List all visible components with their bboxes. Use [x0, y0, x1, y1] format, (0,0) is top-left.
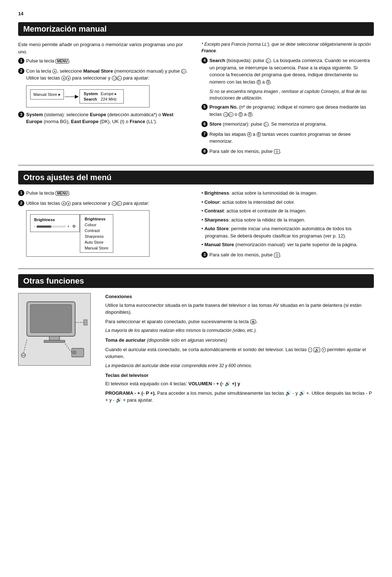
memorization-step8: 8 Para salir de los menús, pulse ⊙.: [201, 148, 374, 155]
memorization-step1: 1 Pulse la tecla MENU.: [18, 57, 191, 65]
step4-number: 4: [201, 57, 208, 64]
svg-rect-2: [49, 336, 60, 340]
bullet-brightness: • Brightness: actúa sobre la luminosidad…: [201, 190, 374, 197]
bullet-autostore: • Auto Store: permite iniciar una memori…: [201, 225, 374, 239]
section-memorization-header: Memorización manual: [18, 22, 374, 36]
manual-store-right-panel: System Europe ▸ Search 224 MHz: [79, 89, 124, 103]
section-otras-funciones-header: Otras funciones: [18, 274, 374, 288]
ajustes-left-panel: Brightness - + ⚙: [30, 214, 80, 232]
memorization-intro: Este menú permite añadir un programa o m…: [18, 41, 191, 55]
memorization-step6: 6 Store (memorizar): pulse ▷. Se memoriz…: [201, 121, 374, 128]
bullet-sharpness: • Sharpness: actúa sobre la nitidez de l…: [201, 216, 374, 224]
step2-number: 2: [18, 68, 24, 74]
gear-icon: ⚙: [72, 224, 76, 229]
svg-rect-3: [44, 340, 65, 342]
auricular-title: Toma de auricular (disponible sólo en al…: [105, 337, 374, 344]
auricular-italic: La impedancia del auricular debe estar c…: [105, 362, 374, 369]
otros-ajustes-right-col: • Brightness: actúa sobre la luminosidad…: [201, 190, 374, 261]
conexiones-text1: Utilice la toma euroconector situada en …: [105, 302, 374, 316]
memorization-step4: 4 Search (búsqueda): pulse ▷. La búsqued…: [201, 57, 374, 85]
brightness-bar: [37, 225, 66, 228]
conexiones-text2: Para seleccionar el aparato conectado, p…: [105, 318, 374, 325]
ajustes-step1: 1 Pulse la tecla MENU.: [18, 190, 191, 197]
section-memorization: Memorización manual Este menú permite añ…: [18, 22, 374, 158]
memorization-step2: 2 Con la tecla ∧, seleccione Manual Stor…: [18, 68, 191, 82]
ajustes-step2-number: 2: [18, 200, 24, 206]
manual-store-left-panel: Manual Store ▸: [30, 89, 64, 99]
teclas-text2: PROGRAMA - + (- P +). Para acceder a los…: [105, 390, 374, 404]
otros-ajustes-left-col: 1 Pulse la tecla MENU. 2 Utilice las tec…: [18, 190, 191, 261]
ajustes-step2: 2 Utilice las teclas ∧∨ para seleccionar…: [18, 200, 191, 207]
tv-svg: [20, 295, 89, 364]
tv-image: [18, 293, 91, 366]
step1-number: 1: [18, 58, 24, 64]
ajustes-menu-item-colour: Colour: [85, 222, 108, 228]
ajustes-step1-number: 1: [18, 190, 24, 196]
ajustes-menu-item-autostore: Auto Store: [85, 239, 108, 245]
menu-europe-label: Europe ▸: [101, 91, 120, 97]
brightness-bar-container: - + ⚙: [34, 224, 76, 229]
brightness-label: Brightness: [34, 218, 76, 222]
svg-point-10: [73, 351, 76, 354]
teclas-title: Teclas del televisor: [105, 372, 374, 379]
memorization-left-col: Este menú permite añadir un programa o m…: [18, 41, 191, 158]
teclas-text1: El televisor está equipado con 4 teclas:…: [105, 380, 374, 387]
bullet-contrast: • Contrast: actúa sobre el contraste de …: [201, 207, 374, 215]
auricular-text1: Cuando el auricular está conectado, se c…: [105, 346, 374, 360]
menu-search-label: Search: [83, 97, 101, 102]
memorization-step5: 5 Program No. (nº de programa): indique …: [201, 103, 374, 118]
step3-number: 3: [18, 111, 24, 118]
ajustes-menu-item-sharpness: Sharpness: [85, 233, 108, 239]
memorization-step7: 7 Repita las etapas 4 a 6 tantas veces c…: [201, 131, 374, 145]
funciones-right: Conexiones Utilice la toma euroconector …: [102, 293, 374, 406]
step4-italic: Si no se encuentra ninguna imagen , remí…: [209, 88, 374, 101]
step6-number: 6: [201, 121, 208, 127]
section-otras-funciones: Otras funciones: [18, 274, 374, 406]
bullet-manualstore: • Manual Store (memorización manual): ve…: [201, 241, 374, 248]
bullet-colour: • Colour: actúa sobre la intensidad del …: [201, 199, 374, 206]
page-wrapper: 14 Memorización manual Este menú permite…: [18, 11, 374, 406]
svg-rect-1: [30, 305, 72, 333]
ajustes-menu-item-brightness: Brightness: [85, 216, 108, 222]
ajustes-menu-item-manualstore: Manual Store: [85, 245, 108, 251]
conexiones-title: Conexiones: [105, 293, 374, 300]
page-number: 14: [18, 11, 23, 16]
svg-line-11: [65, 343, 72, 353]
section-otros-ajustes: Otros ajustes del menú 1 Pulse la tecla …: [18, 171, 374, 261]
brightness-bar-fill: [37, 225, 51, 228]
menu-mhz-label: 224 MHz: [101, 97, 120, 102]
manual-store-menu-box: Manual Store ▸ ——▶ System Europe ▸: [26, 85, 150, 107]
ajustes-right-panel: Brightness Colour Contrast Sharpness Aut…: [80, 214, 113, 253]
ajustes-step3-number: 3: [201, 252, 208, 258]
step8-number: 8: [201, 148, 208, 154]
memorization-step3: 3 System (sistema): seleccione Europe (d…: [18, 111, 191, 125]
svg-rect-8: [84, 320, 87, 325]
svg-line-4: [24, 340, 27, 354]
section-divider-2: [18, 268, 374, 269]
section-otros-ajustes-header: Otros ajustes del menú: [18, 171, 374, 184]
conexiones-italic: La mayoría de los aparatos realizan ello…: [105, 327, 374, 334]
menu-arrow-icon: ——▶: [65, 93, 79, 99]
ajustes-menu-box: Brightness - + ⚙ Brightness: [26, 210, 150, 257]
memorization-asterisk: * Excepto para Francia (norma LL'), que …: [201, 41, 374, 54]
ajustes-menu-item-contrast: Contrast: [85, 228, 108, 233]
step7-number: 7: [201, 131, 208, 137]
memorization-right-col: * Excepto para Francia (norma LL'), que …: [201, 41, 374, 158]
section-divider-1: [18, 165, 374, 166]
step5-number: 5: [201, 104, 208, 110]
ajustes-step3: 3 Para salir de los menús, pulse ⊙.: [201, 251, 374, 259]
menu-system-label: System: [83, 91, 101, 97]
